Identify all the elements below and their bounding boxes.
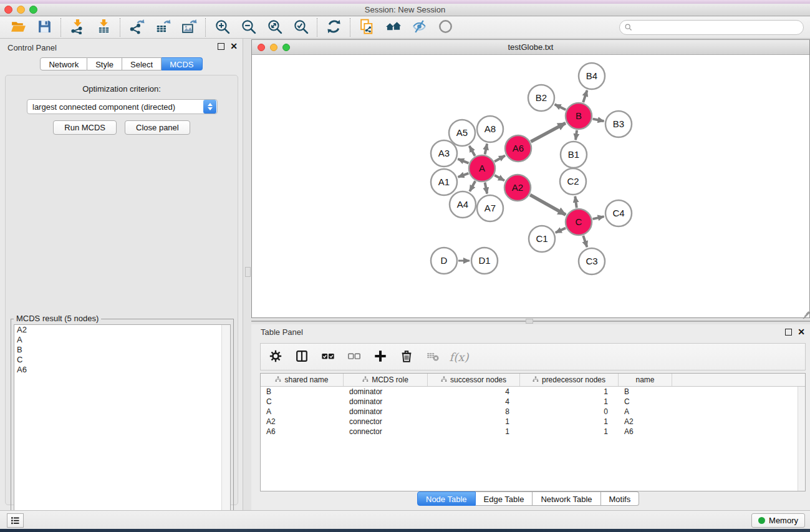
graph-node-D1[interactable]: D1 bbox=[471, 248, 498, 274]
settings-button[interactable] bbox=[267, 347, 284, 366]
zoom-in-button[interactable] bbox=[209, 17, 235, 37]
mcds-result-item[interactable]: C bbox=[14, 355, 230, 365]
graph-edge-A2-C[interactable] bbox=[530, 195, 566, 215]
graph-edge-A6-B[interactable] bbox=[531, 123, 566, 142]
graph-edge-A-A4[interactable] bbox=[470, 181, 475, 191]
graph-edge-A-A5[interactable] bbox=[470, 146, 475, 156]
import-table-button[interactable] bbox=[90, 17, 117, 37]
network-graph[interactable]: B4 B2 B B3 A8 A5 A6 A3 B1 A C2 A1 A2 A4 … bbox=[252, 56, 809, 318]
table-tab-motifs[interactable]: Motifs bbox=[601, 491, 640, 506]
tab-style[interactable]: Style bbox=[87, 57, 122, 70]
graph-node-A7[interactable]: A7 bbox=[477, 195, 503, 221]
graph-node-A5[interactable]: A5 bbox=[449, 120, 475, 146]
graph-node-B2[interactable]: B2 bbox=[528, 85, 554, 111]
table-tab-node-table[interactable]: Node Table bbox=[417, 491, 476, 506]
graph-node-A2[interactable]: A2 bbox=[504, 175, 531, 201]
graph-edge-B-B2[interactable] bbox=[555, 104, 566, 110]
resize-grip[interactable] bbox=[801, 309, 809, 317]
graph-node-B1[interactable]: B1 bbox=[561, 142, 587, 168]
graph-edge-B-B3[interactable] bbox=[593, 119, 604, 122]
close-panel-button[interactable]: Close panel bbox=[125, 120, 190, 135]
horizontal-split-handle[interactable] bbox=[526, 319, 533, 324]
column-header-shared-name[interactable]: shared name bbox=[261, 374, 344, 386]
mcds-result-item[interactable]: A bbox=[14, 335, 230, 345]
column-header-successor-nodes[interactable]: successor nodes bbox=[428, 374, 520, 386]
graph-edge-A-A8[interactable] bbox=[485, 144, 488, 155]
zoom-fit-button[interactable] bbox=[261, 17, 287, 37]
zoom-selected-button[interactable] bbox=[287, 17, 314, 37]
import-network-button[interactable] bbox=[64, 17, 90, 37]
graph-edge-A-A2[interactable] bbox=[494, 175, 504, 181]
float-panel-icon[interactable] bbox=[218, 43, 224, 50]
mcds-result-list[interactable]: A2ABCA6 bbox=[14, 324, 231, 532]
search-input[interactable] bbox=[633, 22, 803, 33]
graph-node-C1[interactable]: C1 bbox=[529, 226, 555, 252]
graph-node-B4[interactable]: B4 bbox=[579, 63, 605, 89]
save-session-button[interactable] bbox=[31, 17, 57, 37]
graph-node-A[interactable]: A bbox=[469, 155, 495, 181]
delete-table-button[interactable] bbox=[424, 347, 441, 366]
graph-edge-C-C1[interactable] bbox=[556, 228, 566, 233]
table-row[interactable]: Cdominator41C bbox=[261, 397, 805, 407]
graph-edge-A-A6[interactable] bbox=[494, 156, 505, 162]
select-all-button[interactable] bbox=[319, 347, 337, 366]
export-network-button[interactable] bbox=[123, 17, 150, 37]
graph-edge-C-C4[interactable] bbox=[593, 216, 604, 219]
vertical-split-handle[interactable] bbox=[245, 267, 251, 277]
graph-node-C[interactable]: C bbox=[566, 209, 592, 235]
home-button[interactable] bbox=[380, 17, 406, 37]
graph-edge-A-A3[interactable] bbox=[458, 159, 468, 163]
zoom-window-button[interactable] bbox=[29, 6, 37, 14]
export-image-button[interactable] bbox=[176, 17, 202, 37]
zoom-out-button[interactable] bbox=[235, 17, 261, 37]
table-tab-edge-table[interactable]: Edge Table bbox=[476, 491, 533, 506]
network-canvas[interactable]: B4 B2 B B3 A8 A5 A6 A3 B1 A C2 A1 A2 A4 … bbox=[252, 56, 809, 317]
graph-node-A3[interactable]: A3 bbox=[431, 140, 457, 167]
mcds-result-item[interactable]: A6 bbox=[14, 365, 230, 375]
graph-node-C2[interactable]: C2 bbox=[560, 168, 586, 195]
minimize-window-button[interactable] bbox=[17, 6, 25, 14]
table-row[interactable]: A6connector11A6 bbox=[261, 427, 805, 437]
show-view-button[interactable] bbox=[432, 17, 458, 37]
graph-edge-B-B1[interactable] bbox=[576, 130, 577, 140]
graph-node-A1[interactable]: A1 bbox=[431, 169, 457, 195]
graph-node-C4[interactable]: C4 bbox=[605, 200, 632, 226]
graph-edge-A-A7[interactable] bbox=[485, 183, 488, 194]
graph-node-A6[interactable]: A6 bbox=[505, 135, 531, 162]
close-panel-icon[interactable]: ✕ bbox=[230, 43, 238, 50]
column-header-MCDS-role[interactable]: MCDS role bbox=[344, 374, 428, 386]
add-column-button[interactable] bbox=[372, 347, 389, 366]
open-session-button[interactable] bbox=[5, 17, 31, 37]
hide-panel-button[interactable] bbox=[406, 17, 432, 37]
table-row[interactable]: A2connector11A2 bbox=[261, 417, 805, 427]
close-table-panel-icon[interactable]: ✕ bbox=[798, 329, 805, 336]
column-header-name[interactable]: name bbox=[619, 374, 672, 386]
column-header-predecessor-nodes[interactable]: predecessor nodes bbox=[520, 374, 619, 386]
duplicate-network-button[interactable] bbox=[354, 17, 380, 37]
apply-layout-button[interactable] bbox=[321, 17, 347, 37]
graph-node-A8[interactable]: A8 bbox=[477, 116, 503, 142]
graph-edge-C-C3[interactable] bbox=[583, 236, 587, 247]
network-zoom-button[interactable] bbox=[282, 44, 290, 51]
search-field[interactable] bbox=[619, 20, 804, 35]
memory-button[interactable]: Memory bbox=[751, 513, 805, 528]
table-row[interactable]: Adominator80A bbox=[261, 407, 805, 417]
graph-edge-B-B4[interactable] bbox=[583, 90, 587, 102]
table-row[interactable]: Bdominator41B bbox=[261, 387, 805, 397]
columns-button[interactable] bbox=[293, 347, 311, 366]
export-table-button[interactable] bbox=[150, 17, 176, 37]
delete-column-button[interactable] bbox=[398, 347, 415, 366]
graph-node-C3[interactable]: C3 bbox=[579, 248, 605, 274]
graph-node-A4[interactable]: A4 bbox=[450, 191, 476, 218]
mcds-result-item[interactable]: A2 bbox=[14, 325, 230, 335]
run-mcds-button[interactable]: Run MCDS bbox=[53, 120, 117, 135]
network-close-button[interactable] bbox=[258, 44, 265, 51]
tab-mcds[interactable]: MCDS bbox=[162, 57, 202, 70]
graph-node-D[interactable]: D bbox=[431, 248, 457, 274]
task-history-button[interactable] bbox=[7, 513, 24, 528]
graph-node-B3[interactable]: B3 bbox=[605, 111, 632, 137]
tab-network[interactable]: Network bbox=[40, 57, 87, 70]
graph-edge-C-C2[interactable] bbox=[575, 196, 577, 208]
graph-node-B[interactable]: B bbox=[566, 103, 592, 129]
float-table-panel-icon[interactable] bbox=[785, 329, 792, 336]
